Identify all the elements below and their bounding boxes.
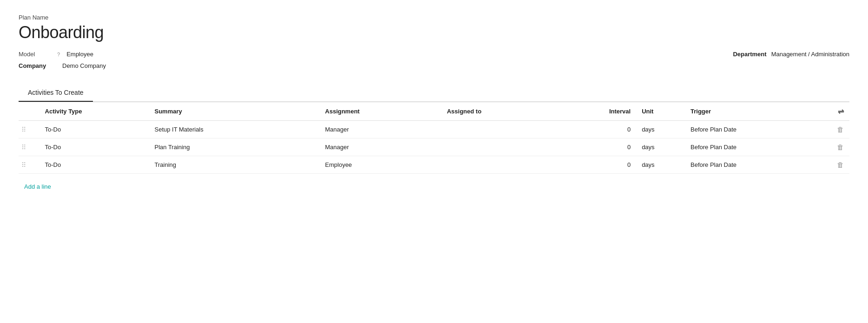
assignment-cell[interactable]: Manager	[320, 121, 441, 138]
delete-cell[interactable]: 🗑	[819, 138, 849, 156]
activity-type-cell[interactable]: To-Do	[39, 121, 149, 138]
add-line-link[interactable]: Add a line	[19, 179, 57, 194]
table-row: ⠿ To-Do Training Employee 0 days Before …	[19, 156, 849, 174]
department-label: Department	[733, 51, 766, 58]
plan-name-label: Plan Name	[19, 14, 849, 21]
activity-type-cell[interactable]: To-Do	[39, 156, 149, 174]
col-trigger: Trigger	[685, 102, 819, 121]
drag-handle-icon[interactable]: ⠿	[21, 144, 29, 151]
delete-cell[interactable]: 🗑	[819, 121, 849, 138]
col-actions[interactable]: ⇌	[819, 102, 849, 121]
delete-icon[interactable]: 🗑	[837, 161, 844, 169]
unit-cell[interactable]: days	[636, 138, 685, 156]
drag-handle-icon[interactable]: ⠿	[21, 161, 29, 169]
plan-title: Onboarding	[19, 23, 849, 42]
unit-cell[interactable]: days	[636, 121, 685, 138]
drag-handle-cell[interactable]: ⠿	[19, 156, 39, 174]
assigned-to-cell[interactable]	[441, 156, 575, 174]
col-assigned-to: Assigned to	[441, 102, 575, 121]
delete-icon[interactable]: 🗑	[837, 125, 844, 133]
delete-cell[interactable]: 🗑	[819, 156, 849, 174]
model-label: Model	[19, 51, 56, 58]
department-value: Management / Administration	[771, 51, 849, 58]
company-value: Demo Company	[62, 62, 106, 69]
col-unit: Unit	[636, 102, 685, 121]
filter-icon[interactable]: ⇌	[838, 107, 844, 115]
tab-activities[interactable]: Activities To Create	[19, 84, 93, 102]
assigned-to-cell[interactable]	[441, 138, 575, 156]
col-interval: Interval	[575, 102, 636, 121]
col-drag	[19, 102, 39, 121]
interval-cell[interactable]: 0	[575, 121, 636, 138]
trigger-cell[interactable]: Before Plan Date	[685, 138, 819, 156]
assignment-cell[interactable]: Employee	[320, 156, 441, 174]
drag-handle-cell[interactable]: ⠿	[19, 121, 39, 138]
summary-cell[interactable]: Training	[149, 156, 320, 174]
assigned-to-cell[interactable]	[441, 121, 575, 138]
summary-cell[interactable]: Setup IT Materials	[149, 121, 320, 138]
company-label: Company	[19, 62, 56, 69]
delete-icon[interactable]: 🗑	[837, 143, 844, 151]
drag-handle-cell[interactable]: ⠿	[19, 138, 39, 156]
table-row: ⠿ To-Do Setup IT Materials Manager 0 day…	[19, 121, 849, 138]
drag-handle-icon[interactable]: ⠿	[21, 126, 29, 133]
trigger-cell[interactable]: Before Plan Date	[685, 156, 819, 174]
col-summary: Summary	[149, 102, 320, 121]
col-assignment: Assignment	[320, 102, 441, 121]
activity-type-cell[interactable]: To-Do	[39, 138, 149, 156]
col-activity-type: Activity Type	[39, 102, 149, 121]
trigger-cell[interactable]: Before Plan Date	[685, 121, 819, 138]
model-question: ?	[57, 52, 60, 57]
unit-cell[interactable]: days	[636, 156, 685, 174]
interval-cell[interactable]: 0	[575, 138, 636, 156]
assignment-cell[interactable]: Manager	[320, 138, 441, 156]
model-value: Employee	[66, 51, 93, 58]
interval-cell[interactable]: 0	[575, 156, 636, 174]
summary-cell[interactable]: Plan Training	[149, 138, 320, 156]
table-row: ⠿ To-Do Plan Training Manager 0 days Bef…	[19, 138, 849, 156]
